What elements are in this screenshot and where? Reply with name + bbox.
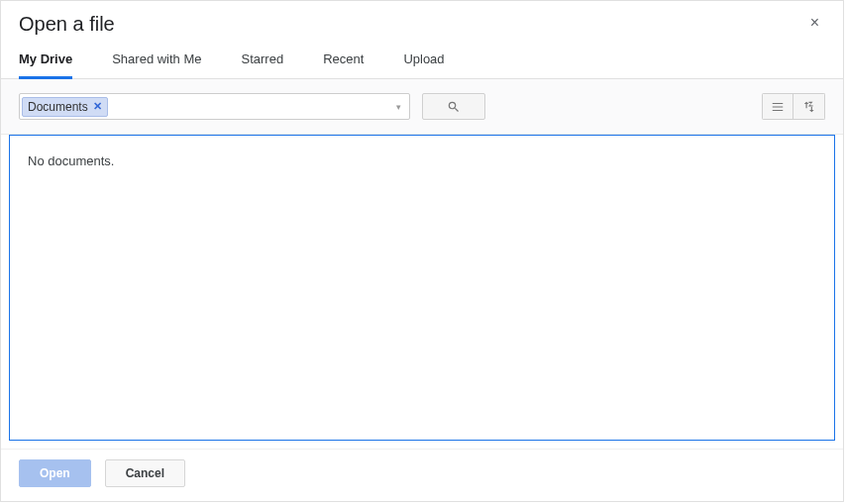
cancel-button[interactable]: Cancel [105,459,185,487]
tab-label: Starred [242,51,284,66]
tab-label: My Drive [19,51,72,66]
dialog-title: Open a file [19,13,115,36]
open-button[interactable]: Open [19,459,91,487]
tab-label: Upload [403,51,444,66]
chip-close-icon[interactable]: ✕ [93,100,102,113]
file-list-area[interactable]: No documents. [9,135,835,441]
tab-upload[interactable]: Upload [403,40,462,78]
tab-starred[interactable]: Starred [242,40,302,78]
sort-button[interactable] [793,93,825,120]
sort-az-icon [802,100,816,114]
tab-recent[interactable]: Recent [323,40,381,78]
tab-shared-with-me[interactable]: Shared with Me [112,40,219,78]
search-button[interactable] [422,93,485,120]
dialog-footer: Open Cancel [1,449,843,501]
tab-label: Shared with Me [112,51,201,66]
tab-bar: My Drive Shared with Me Starred Recent U… [1,40,843,79]
search-icon [447,100,461,114]
breadcrumb-chip[interactable]: Documents ✕ [22,97,108,117]
empty-message: No documents. [28,153,816,168]
dialog-header: Open a file × [1,1,843,40]
chevron-down-icon[interactable]: ▾ [388,102,409,112]
tab-label: Recent [323,51,364,66]
list-view-icon [771,100,785,114]
list-view-button[interactable] [762,93,793,120]
tab-my-drive[interactable]: My Drive [19,40,90,78]
view-toggle [762,93,825,120]
breadcrumb-chip-label: Documents [28,100,88,114]
file-picker-dialog: Open a file × My Drive Shared with Me St… [0,0,844,502]
toolbar: Documents ✕ ▾ [1,79,843,135]
breadcrumb-box[interactable]: Documents ✕ ▾ [19,93,410,120]
close-icon[interactable]: × [804,13,825,33]
